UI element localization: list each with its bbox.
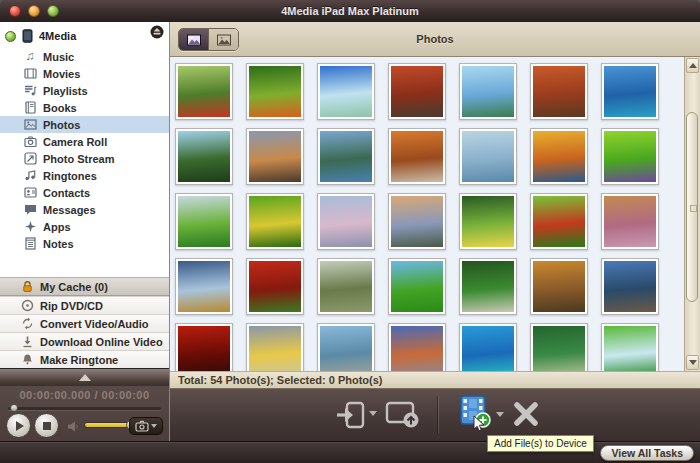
- forest-lake-orange-bush: [249, 66, 301, 117]
- scrollbar[interactable]: [684, 57, 700, 371]
- photo-thumbnail[interactable]: [175, 258, 233, 315]
- export-caret-icon[interactable]: [369, 411, 377, 416]
- photo-thumbnail[interactable]: [601, 63, 659, 120]
- photo-thumbnail[interactable]: [601, 323, 659, 371]
- photo-thumbnail[interactable]: [317, 193, 375, 250]
- sidebar-tool-convert-video-audio[interactable]: Convert Video/Audio: [0, 314, 169, 332]
- player-controls: [6, 413, 165, 440]
- photo-thumbnail[interactable]: [246, 63, 304, 120]
- photo-thumbnail[interactable]: [530, 128, 588, 185]
- sidebar-item-contacts[interactable]: Contacts: [0, 184, 169, 201]
- content-header: Photos: [170, 22, 700, 57]
- notes-icon: [23, 237, 37, 251]
- stop-button[interactable]: [34, 413, 59, 438]
- sidebar-item-label: Notes: [43, 238, 74, 250]
- device-label: 4Media: [39, 30, 76, 42]
- photo-thumbnail[interactable]: [388, 323, 446, 371]
- my-cache-label: My Cache (0): [40, 281, 108, 293]
- photo-thumbnail[interactable]: [459, 258, 517, 315]
- sidebar-item-apps[interactable]: Apps: [0, 218, 169, 235]
- sunlit-valley: [178, 131, 230, 182]
- photo-thumbnail[interactable]: [246, 193, 304, 250]
- mountain-lake-rocks: [604, 261, 656, 312]
- messages-icon: [23, 203, 37, 217]
- contacts-icon: [23, 186, 37, 200]
- photo-thumbnail[interactable]: [246, 323, 304, 371]
- photo-thumbnail[interactable]: [459, 63, 517, 120]
- window-controls: [9, 5, 59, 17]
- forest-clearing: [533, 326, 585, 371]
- photo-thumbnail[interactable]: [601, 258, 659, 315]
- photo-thumbnail[interactable]: [175, 323, 233, 371]
- sidebar-item-photo-stream[interactable]: Photo Stream: [0, 150, 169, 167]
- photo-thumbnail[interactable]: [246, 258, 304, 315]
- photo-thumbnail[interactable]: [459, 193, 517, 250]
- sidebar-item-movies[interactable]: Movies: [0, 65, 169, 82]
- parrot-in-bush: [249, 196, 301, 247]
- sidebar-item-messages[interactable]: Messages: [0, 201, 169, 218]
- photo-thumbnail[interactable]: [175, 128, 233, 185]
- photo-thumbnail[interactable]: [601, 128, 659, 185]
- photo-thumbnail[interactable]: [530, 323, 588, 371]
- sidebar-item-playlists[interactable]: Playlists: [0, 82, 169, 99]
- photo-thumbnail[interactable]: [317, 128, 375, 185]
- minimize-window-button[interactable]: [28, 5, 40, 17]
- photo-thumbnail[interactable]: [388, 258, 446, 315]
- photo-thumbnail[interactable]: [175, 193, 233, 250]
- seek-knob[interactable]: [10, 404, 18, 412]
- photo-thumbnail[interactable]: [530, 258, 588, 315]
- sidebar-item-device[interactable]: 4Media: [0, 22, 169, 48]
- sidebar-tool-download-online-video[interactable]: Download Online Video: [0, 332, 169, 350]
- device-status-icon: [5, 31, 16, 42]
- eject-icon[interactable]: [150, 25, 164, 43]
- photo-thumbnail[interactable]: [317, 63, 375, 120]
- photo-thumbnail[interactable]: [388, 193, 446, 250]
- sidebar-item-label: Movies: [43, 68, 80, 80]
- photo-thumbnail[interactable]: [317, 258, 375, 315]
- palm-beach: [604, 66, 656, 117]
- close-window-button[interactable]: [9, 5, 21, 17]
- tropical-beach: [320, 66, 372, 117]
- photo-thumbnail[interactable]: [388, 63, 446, 120]
- snapshot-button[interactable]: [129, 417, 163, 435]
- sidebar-item-ringtones[interactable]: Ringtones: [0, 167, 169, 184]
- sidebar-item-camera-roll[interactable]: Camera Roll: [0, 133, 169, 150]
- view-all-tasks-button[interactable]: View All Tasks: [600, 445, 694, 461]
- photo-thumbnail[interactable]: [317, 323, 375, 371]
- camera-snapshot-icon: [135, 419, 149, 433]
- scrollbar-thumb[interactable]: [686, 112, 698, 302]
- play-icon: [16, 421, 24, 431]
- seek-slider[interactable]: [8, 407, 161, 410]
- photo-thumbnail[interactable]: [175, 63, 233, 120]
- autumn-lane: [391, 131, 443, 182]
- window-title: 4Media iPad Max Platinum: [0, 0, 700, 22]
- photo-thumbnail[interactable]: [246, 128, 304, 185]
- zoom-window-button[interactable]: [47, 5, 59, 17]
- sidebar-item-books[interactable]: Books: [0, 99, 169, 116]
- photo-thumbnail[interactable]: [459, 323, 517, 371]
- sidebar-item-notes[interactable]: Notes: [0, 235, 169, 252]
- sidebar-item-music[interactable]: ♫Music: [0, 48, 169, 65]
- transfer-to-device-button[interactable]: [385, 399, 421, 429]
- sidebar-item-my-cache[interactable]: My Cache (0): [0, 277, 169, 296]
- photo-thumbnail[interactable]: [530, 63, 588, 120]
- photo-thumbnail[interactable]: [388, 128, 446, 185]
- photo-thumbnail[interactable]: [459, 128, 517, 185]
- sidebar-collapse-handle[interactable]: [0, 368, 169, 386]
- scroll-up-button[interactable]: [686, 58, 699, 73]
- lock-icon: [20, 280, 34, 294]
- sidebar-tool-make-ringtone[interactable]: Make Ringtone: [0, 350, 169, 368]
- play-button[interactable]: [6, 413, 31, 438]
- export-to-device-button[interactable]: [335, 399, 365, 431]
- add-files-caret-icon[interactable]: [496, 412, 504, 417]
- monarch-butterfly: [533, 196, 585, 247]
- volume-slider[interactable]: [84, 422, 134, 428]
- photo-thumbnail[interactable]: [530, 193, 588, 250]
- sidebar-tool-rip-dvd-cd[interactable]: Rip DVD/CD: [0, 296, 169, 314]
- sidebar-item-label: Books: [43, 102, 77, 114]
- scroll-down-button[interactable]: [686, 355, 699, 370]
- delete-button[interactable]: [511, 399, 541, 429]
- photo-thumbnail[interactable]: [601, 193, 659, 250]
- sidebar-item-photos[interactable]: Photos: [0, 116, 169, 133]
- blue-lagoon: [462, 326, 514, 371]
